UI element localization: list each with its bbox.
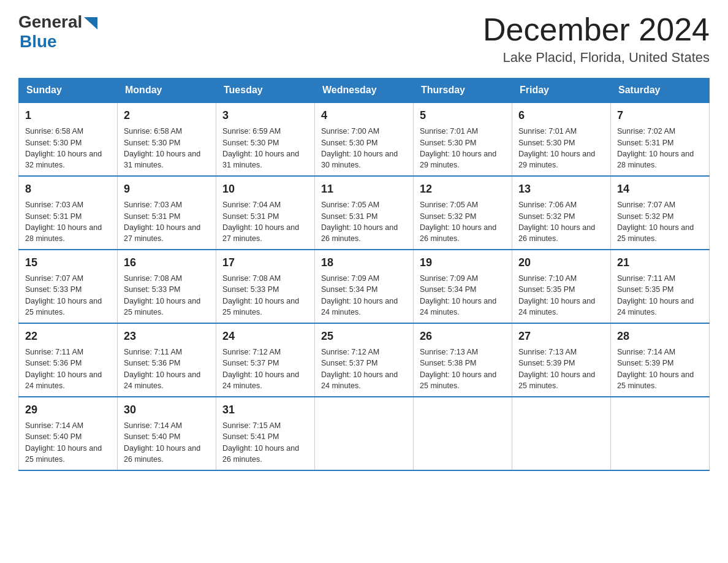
day-info: Sunrise: 7:08 AMSunset: 5:33 PMDaylight:…: [222, 274, 299, 316]
day-info: Sunrise: 7:03 AMSunset: 5:31 PMDaylight:…: [25, 201, 102, 243]
day-number: 14: [617, 182, 703, 197]
day-number: 29: [25, 402, 111, 418]
day-number: 22: [25, 329, 111, 344]
day-number: 7: [617, 108, 703, 123]
day-info: Sunrise: 7:15 AMSunset: 5:41 PMDaylight:…: [222, 421, 299, 464]
day-number: 4: [321, 108, 407, 123]
day-info: Sunrise: 7:00 AMSunset: 5:30 PMDaylight:…: [321, 127, 398, 169]
logo-blue-text: Blue: [20, 32, 97, 52]
day-info: Sunrise: 7:07 AMSunset: 5:33 PMDaylight:…: [25, 274, 102, 316]
table-row: 31Sunrise: 7:15 AMSunset: 5:41 PMDayligh…: [216, 397, 315, 470]
day-number: 28: [617, 329, 703, 344]
calendar-week-row: 22Sunrise: 7:11 AMSunset: 5:36 PMDayligh…: [19, 323, 710, 397]
day-number: 5: [420, 108, 506, 123]
day-info: Sunrise: 7:08 AMSunset: 5:33 PMDaylight:…: [124, 274, 200, 316]
day-info: Sunrise: 7:02 AMSunset: 5:31 PMDaylight:…: [617, 127, 694, 169]
day-number: 26: [420, 329, 506, 344]
svg-marker-0: [84, 17, 97, 29]
month-title: December 2024: [483, 12, 710, 47]
table-row: 21Sunrise: 7:11 AMSunset: 5:35 PMDayligh…: [611, 250, 710, 323]
day-number: 25: [321, 329, 407, 344]
day-number: 15: [25, 255, 111, 270]
day-number: 6: [518, 108, 604, 123]
day-info: Sunrise: 7:10 AMSunset: 5:35 PMDaylight:…: [518, 274, 595, 316]
day-number: 20: [518, 255, 604, 270]
day-number: 24: [222, 329, 308, 344]
header-friday: Friday: [512, 79, 611, 103]
calendar-week-row: 8Sunrise: 7:03 AMSunset: 5:31 PMDaylight…: [19, 176, 710, 250]
day-number: 10: [222, 182, 308, 197]
day-info: Sunrise: 7:11 AMSunset: 5:36 PMDaylight:…: [25, 348, 102, 390]
day-info: Sunrise: 7:14 AMSunset: 5:39 PMDaylight:…: [617, 348, 694, 390]
table-row: [611, 397, 710, 470]
table-row: 12Sunrise: 7:05 AMSunset: 5:32 PMDayligh…: [414, 176, 512, 250]
day-number: 13: [518, 182, 604, 197]
header-saturday: Saturday: [611, 79, 710, 103]
table-row: 3Sunrise: 6:59 AMSunset: 5:30 PMDaylight…: [216, 102, 315, 176]
day-info: Sunrise: 7:14 AMSunset: 5:40 PMDaylight:…: [124, 421, 200, 464]
table-row: 25Sunrise: 7:12 AMSunset: 5:37 PMDayligh…: [315, 323, 414, 397]
header-monday: Monday: [118, 79, 216, 103]
table-row: 5Sunrise: 7:01 AMSunset: 5:30 PMDaylight…: [414, 102, 512, 176]
day-info: Sunrise: 7:03 AMSunset: 5:31 PMDaylight:…: [124, 201, 200, 243]
day-number: 31: [222, 402, 308, 418]
location-title: Lake Placid, Florida, United States: [483, 50, 710, 66]
day-number: 21: [617, 255, 703, 270]
table-row: 28Sunrise: 7:14 AMSunset: 5:39 PMDayligh…: [611, 323, 710, 397]
day-number: 23: [124, 329, 210, 344]
table-row: [512, 397, 611, 470]
table-row: 24Sunrise: 7:12 AMSunset: 5:37 PMDayligh…: [216, 323, 315, 397]
day-info: Sunrise: 7:01 AMSunset: 5:30 PMDaylight:…: [518, 127, 595, 169]
day-info: Sunrise: 6:58 AMSunset: 5:30 PMDaylight:…: [124, 127, 200, 169]
table-row: 7Sunrise: 7:02 AMSunset: 5:31 PMDaylight…: [611, 102, 710, 176]
day-info: Sunrise: 7:13 AMSunset: 5:39 PMDaylight:…: [518, 348, 595, 390]
table-row: 27Sunrise: 7:13 AMSunset: 5:39 PMDayligh…: [512, 323, 611, 397]
table-row: 4Sunrise: 7:00 AMSunset: 5:30 PMDaylight…: [315, 102, 414, 176]
day-number: 2: [124, 108, 210, 123]
calendar-week-row: 15Sunrise: 7:07 AMSunset: 5:33 PMDayligh…: [19, 250, 710, 323]
day-number: 30: [124, 402, 210, 418]
header-thursday: Thursday: [414, 79, 512, 103]
day-info: Sunrise: 6:59 AMSunset: 5:30 PMDaylight:…: [222, 127, 299, 169]
day-number: 18: [321, 255, 407, 270]
weekday-header-row: Sunday Monday Tuesday Wednesday Thursday…: [19, 79, 710, 103]
header-wednesday: Wednesday: [315, 79, 414, 103]
title-section: December 2024 Lake Placid, Florida, Unit…: [483, 12, 710, 66]
day-info: Sunrise: 7:05 AMSunset: 5:32 PMDaylight:…: [420, 201, 496, 243]
table-row: 30Sunrise: 7:14 AMSunset: 5:40 PMDayligh…: [118, 397, 216, 470]
table-row: 6Sunrise: 7:01 AMSunset: 5:30 PMDaylight…: [512, 102, 611, 176]
table-row: 14Sunrise: 7:07 AMSunset: 5:32 PMDayligh…: [611, 176, 710, 250]
page-header: General Blue December 2024 Lake Placid, …: [18, 12, 710, 66]
day-info: Sunrise: 7:12 AMSunset: 5:37 PMDaylight:…: [222, 348, 299, 390]
day-number: 11: [321, 182, 407, 197]
table-row: 2Sunrise: 6:58 AMSunset: 5:30 PMDaylight…: [118, 102, 216, 176]
table-row: 10Sunrise: 7:04 AMSunset: 5:31 PMDayligh…: [216, 176, 315, 250]
day-number: 9: [124, 182, 210, 197]
day-info: Sunrise: 7:14 AMSunset: 5:40 PMDaylight:…: [25, 421, 102, 464]
day-info: Sunrise: 7:06 AMSunset: 5:32 PMDaylight:…: [518, 201, 595, 243]
day-number: 1: [25, 108, 111, 123]
calendar-week-row: 29Sunrise: 7:14 AMSunset: 5:40 PMDayligh…: [19, 397, 710, 470]
calendar-table: Sunday Monday Tuesday Wednesday Thursday…: [18, 78, 710, 471]
logo: General Blue: [18, 12, 97, 52]
table-row: 8Sunrise: 7:03 AMSunset: 5:31 PMDaylight…: [19, 176, 118, 250]
table-row: 11Sunrise: 7:05 AMSunset: 5:31 PMDayligh…: [315, 176, 414, 250]
day-info: Sunrise: 7:09 AMSunset: 5:34 PMDaylight:…: [321, 274, 398, 316]
day-info: Sunrise: 7:04 AMSunset: 5:31 PMDaylight:…: [222, 201, 299, 243]
table-row: 16Sunrise: 7:08 AMSunset: 5:33 PMDayligh…: [118, 250, 216, 323]
table-row: 20Sunrise: 7:10 AMSunset: 5:35 PMDayligh…: [512, 250, 611, 323]
day-number: 3: [222, 108, 308, 123]
table-row: 1Sunrise: 6:58 AMSunset: 5:30 PMDaylight…: [19, 102, 118, 176]
day-number: 19: [420, 255, 506, 270]
logo-general-text: General: [18, 12, 82, 32]
day-info: Sunrise: 7:01 AMSunset: 5:30 PMDaylight:…: [420, 127, 496, 169]
table-row: 22Sunrise: 7:11 AMSunset: 5:36 PMDayligh…: [19, 323, 118, 397]
logo-arrow-icon: [84, 17, 97, 29]
day-info: Sunrise: 7:11 AMSunset: 5:35 PMDaylight:…: [617, 274, 694, 316]
table-row: 15Sunrise: 7:07 AMSunset: 5:33 PMDayligh…: [19, 250, 118, 323]
table-row: [315, 397, 414, 470]
table-row: 26Sunrise: 7:13 AMSunset: 5:38 PMDayligh…: [414, 323, 512, 397]
day-info: Sunrise: 7:12 AMSunset: 5:37 PMDaylight:…: [321, 348, 398, 390]
day-number: 17: [222, 255, 308, 270]
table-row: 9Sunrise: 7:03 AMSunset: 5:31 PMDaylight…: [118, 176, 216, 250]
